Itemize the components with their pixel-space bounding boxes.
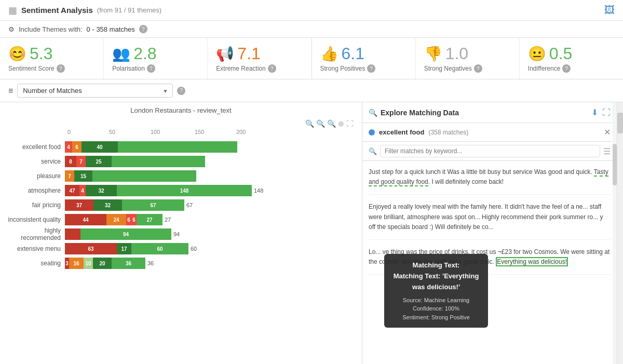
strong-neg-help[interactable]: ? [474,64,482,73]
strong-neg-icon: 👎 [424,45,442,62]
chart-scrollbar-thumb[interactable] [617,113,623,133]
fullscreen-icon[interactable]: ⛶ [346,119,354,128]
pan-icon[interactable]: ⊕ [338,119,344,128]
filter-value: 0 - 358 matches [87,25,135,33]
bar-row[interactable]: seating31610203636 [5,257,357,270]
bar-row[interactable]: highly recommended9494 [5,227,357,241]
download-button[interactable]: ⬇ [591,107,598,117]
bar-segment: 148 [117,185,252,196]
bar-row[interactable]: excellent food4640 [5,140,357,154]
bar-label: highly recommended [5,227,65,241]
review-highlight-3: Everything was delicious! [496,257,568,266]
zoom-reset-icon[interactable]: 🔍 [327,119,336,128]
sentiment-help[interactable]: ? [57,64,65,73]
sort-dropdown[interactable]: Number of Matches Sentiment Score Polari… [17,84,173,98]
extreme-label: Extreme Reaction [216,65,265,72]
axis-tick-200: 200 [236,129,246,135]
bar-end-label: 36 [147,260,154,266]
bar-row[interactable]: pleasure715 [5,169,357,183]
bar-row[interactable]: atmosphere47432148148 [5,184,357,197]
bar-row[interactable]: inconsistent quality4424662727 [5,213,357,226]
bar-segment: 7 [76,156,86,167]
bar-row[interactable]: extensive menu63176060 [5,242,357,255]
theme-dot [369,129,375,136]
metric-strong-pos: 👍 6.1 Strong Positives ? [312,38,416,79]
extreme-icon: 📢 [216,45,234,62]
sort-icon: ≡ [8,86,13,96]
sentiment-icon: 😊 [8,45,26,62]
bar-segment: 20 [93,258,112,269]
bar-area: 31610203636 [65,258,357,269]
page-subtitle: (from 91 / 91 themes) [97,6,161,14]
bar-area: 37326767 [65,199,357,211]
bar-label: seating [5,260,65,267]
bar-segment: 32 [93,199,122,211]
zoom-out-icon[interactable]: 🔍 [316,119,325,128]
chart-icon: ▦ [8,5,17,16]
strong-pos-value: 6.1 [342,44,364,63]
matching-text-tooltip: Matching Text:Matching Text: 'Everything… [384,254,488,328]
controls-row: ≡ Number of Matches Sentiment Score Pola… [0,79,623,102]
bar-segment: 37 [65,199,93,211]
bar-segment: 47 [65,185,79,196]
bar-area: 9494 [65,228,357,240]
bar-area: 715 [65,170,357,182]
panel-content: Just step for a quick lunch it Was a lit… [362,161,617,364]
bar-segments: 94 [65,228,171,240]
strong-neg-label: Strong Negatives [424,65,472,72]
controls-help[interactable]: ? [177,87,185,95]
explore-icon: 🔍 [369,109,377,117]
bar-end-label: 94 [173,231,180,237]
bar-end-label: 148 [254,187,263,194]
bar-segment: 15 [74,170,92,182]
bar-segment: 4 [65,141,72,153]
bar-segment: 16 [69,258,84,269]
indifference-label: Indifference [528,65,561,72]
close-panel-button[interactable]: ✕ [604,127,611,137]
bar-segment: 6 [72,141,82,153]
bar-segments: 44246627 [65,214,162,225]
bar-segment: 63 [65,243,117,254]
bar-label: excellent food [5,143,65,151]
bar-segment: 36 [112,258,145,269]
chart-title: London Restaurants - review_text [0,102,362,118]
bar-row[interactable]: service8725 [5,155,357,168]
strong-pos-help[interactable]: ? [367,64,375,73]
bar-segment: 44 [65,214,106,225]
filter-options-icon[interactable]: ☰ [603,146,611,156]
review-item: Just step for a quick lunch it Was a lit… [369,167,611,195]
bar-segment: 6 [131,214,137,225]
bar-segment: 32 [86,185,117,196]
export-icon[interactable]: 🖼 [604,4,615,16]
bar-segment: 4 [79,185,86,196]
extreme-help[interactable]: ? [268,64,276,73]
panel-scrollbar[interactable] [613,102,617,364]
polarisation-value: 2.8 [133,44,156,63]
sentiment-value: 5.3 [30,44,52,63]
indifference-icon: 😐 [528,45,546,62]
app-header: ▦ Sentiment Analysis (from 91 / 91 theme… [0,0,623,21]
filter-bar: ⚙ Include Themes with: 0 - 358 matches ? [0,21,623,38]
bar-area: 63176060 [65,243,357,254]
bar-segment: 60 [131,243,188,254]
indifference-help[interactable]: ? [562,64,571,73]
bar-segment: 6 [126,214,131,225]
axis-tick-150: 150 [195,129,204,135]
expand-button[interactable]: ⛶ [602,108,611,117]
bar-area: 8725 [65,156,357,167]
bar-segment [65,228,80,240]
polarisation-help[interactable]: ? [147,64,155,73]
bar-area: 4640 [65,141,357,153]
bar-row[interactable]: fair pricing37326767 [5,198,357,212]
scrollbar-thumb[interactable] [613,144,617,185]
chart-vertical-scrollbar[interactable] [617,102,623,364]
polarisation-label: Polarisation [112,65,145,72]
panel-search: 🔍 ☰ [362,142,617,161]
filter-help-icon[interactable]: ? [139,25,147,33]
search-icon: 🔍 [369,147,377,155]
keyword-filter-input[interactable] [380,145,600,157]
page-title: Sentiment Analysis [21,6,93,15]
filter-settings-icon: ⚙ [8,25,15,33]
indifference-value: 0.5 [549,44,572,63]
zoom-in-icon[interactable]: 🔍 [305,119,314,128]
